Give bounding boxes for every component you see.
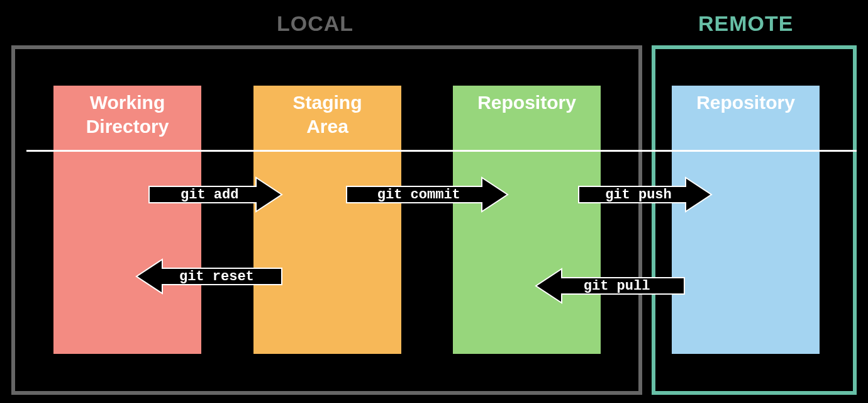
local-repository-column: Repository bbox=[453, 86, 601, 354]
staging-area-column: StagingArea bbox=[253, 86, 401, 354]
git-pull-arrow: git pull bbox=[535, 268, 686, 304]
horizontal-divider bbox=[26, 150, 857, 152]
remote-repository-column: Repository bbox=[672, 86, 820, 354]
git-push-arrow: git push bbox=[577, 176, 713, 213]
working-directory-column: WorkingDirectory bbox=[53, 86, 201, 354]
local-repository-title: Repository bbox=[453, 91, 601, 115]
remote-repository-title: Repository bbox=[672, 91, 820, 115]
git-commit-label: git commit bbox=[377, 187, 460, 203]
git-add-label: git add bbox=[181, 187, 238, 203]
git-reset-label: git reset bbox=[179, 269, 254, 285]
working-directory-title: WorkingDirectory bbox=[53, 91, 201, 138]
staging-area-title: StagingArea bbox=[253, 91, 401, 138]
local-label: LOCAL bbox=[277, 11, 353, 36]
git-reset-arrow: git reset bbox=[135, 258, 283, 295]
git-add-arrow: git add bbox=[148, 176, 283, 213]
remote-label: REMOTE bbox=[698, 11, 793, 36]
git-commit-arrow: git commit bbox=[345, 176, 509, 213]
git-push-label: git push bbox=[605, 187, 672, 203]
git-pull-label: git pull bbox=[584, 278, 650, 294]
